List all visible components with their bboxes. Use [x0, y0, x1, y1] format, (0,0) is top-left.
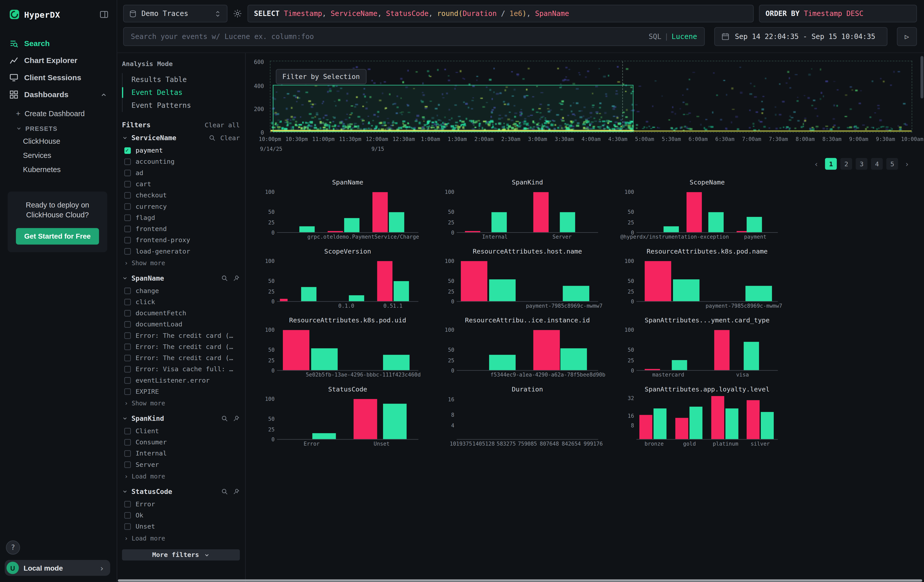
filter-item-checkout[interactable]: checkout [122, 190, 240, 201]
filter-item-unset[interactable]: Unset [122, 521, 240, 532]
run-query-button[interactable]: ▷ [897, 27, 917, 46]
checkbox[interactable] [124, 428, 131, 434]
checkbox[interactable] [124, 226, 131, 232]
create-dashboard-button[interactable]: +Create Dashboard [16, 106, 117, 122]
checkbox[interactable] [124, 214, 131, 221]
sidebar-item-chart-explorer[interactable]: Chart Explorer [0, 52, 117, 69]
more-filters-button[interactable]: More filters [122, 549, 240, 561]
filter-item-ok[interactable]: Ok [122, 510, 240, 521]
vertical-scrollbar[interactable] [921, 56, 924, 99]
filter-item-accounting[interactable]: accounting [122, 156, 240, 167]
checkbox[interactable] [124, 344, 131, 350]
filter-item-frontend[interactable]: frontend [122, 223, 240, 234]
checkbox[interactable] [124, 388, 131, 395]
filter-item-internal[interactable]: Internal [122, 448, 240, 459]
checkbox[interactable] [124, 501, 131, 508]
checkbox[interactable] [124, 181, 131, 188]
checkbox[interactable] [124, 288, 131, 294]
filter-item-server[interactable]: Server [122, 459, 240, 470]
checkbox[interactable] [124, 333, 131, 339]
magnifier-icon[interactable] [221, 275, 228, 282]
filter-group-header[interactable]: StatusCode [122, 487, 240, 496]
gear-icon[interactable] [233, 9, 242, 18]
horizontal-scrollbar[interactable] [118, 579, 922, 582]
get-started-button[interactable]: Get Started for Free [16, 228, 99, 244]
lucene-mode-toggle[interactable]: Lucene [672, 32, 697, 41]
filter-item-error-the-credit-card[interactable]: Error: The credit card (… [122, 330, 240, 341]
analysis-mode-event-patterns[interactable]: Event Patterns [122, 99, 239, 112]
show-more-button[interactable]: ›Show more [122, 397, 240, 407]
time-range-picker[interactable]: Sep 14 22:04:35 - Sep 15 10:04:35 [714, 27, 888, 46]
filter-group-header[interactable]: ServiceNameClear [122, 134, 240, 142]
filter-item-error[interactable]: Error [122, 498, 240, 509]
local-mode-button[interactable]: U Local mode › [5, 560, 110, 576]
filter-group-header[interactable]: SpanKind [122, 414, 240, 422]
filter-by-selection-button[interactable]: Filter by Selection [276, 69, 366, 84]
checkbox[interactable] [124, 147, 131, 154]
checkbox[interactable] [124, 523, 131, 530]
page-button-1[interactable]: 1 [825, 158, 837, 170]
filter-item-eventlistener-error[interactable]: eventListener.error [122, 375, 240, 386]
timechart-plot[interactable]: Filter by Selection [270, 61, 912, 133]
order-by-input[interactable]: ORDER BY Timestamp DESC [759, 5, 917, 23]
checkbox[interactable] [124, 512, 131, 519]
magnifier-icon[interactable] [221, 488, 228, 495]
checkbox[interactable] [124, 321, 131, 328]
filter-item-flagd[interactable]: flagd [122, 212, 240, 223]
filter-item-ad[interactable]: ad [122, 167, 240, 178]
filter-item-consumer[interactable]: Consumer [122, 437, 240, 448]
sidebar-collapse-icon[interactable] [100, 10, 109, 19]
sidebar-item-client-sessions[interactable]: Client Sessions [0, 69, 117, 86]
analysis-mode-results-table[interactable]: Results Table [122, 73, 239, 86]
filter-item-error-the-credit-card[interactable]: Error: The credit card (… [122, 341, 240, 353]
next-page-button[interactable]: › [902, 158, 912, 170]
checkbox[interactable] [124, 203, 131, 210]
prev-page-button[interactable]: ‹ [811, 158, 822, 170]
filter-item-payment[interactable]: payment [122, 145, 240, 156]
checkbox[interactable] [124, 377, 131, 384]
lucene-search-input[interactable]: Search your events w/ Lucene ex. column:… [123, 27, 705, 46]
sql-select-input[interactable]: SELECT Timestamp, ServiceName, StatusCod… [248, 5, 754, 23]
source-select[interactable]: Demo Traces [123, 5, 228, 23]
filter-item-load-generator[interactable]: load-generator [122, 246, 240, 257]
filter-item-client[interactable]: Client [122, 425, 240, 437]
sidebar-item-services[interactable]: Services [16, 148, 117, 163]
checkbox[interactable] [124, 192, 131, 199]
filter-item-error-the-credit-card[interactable]: Error: The credit card (… [122, 353, 240, 364]
timechart-selection[interactable] [273, 84, 633, 132]
sidebar-item-search[interactable]: Search [0, 35, 117, 52]
magnifier-icon[interactable] [208, 134, 216, 142]
filter-item-change[interactable]: change [122, 285, 240, 296]
pin-icon[interactable] [233, 275, 240, 282]
pin-icon[interactable] [233, 488, 240, 495]
checkbox[interactable] [124, 299, 131, 305]
filter-item-error-visa-cache-full[interactable]: Error: Visa cache full: … [122, 364, 240, 375]
checkbox[interactable] [124, 439, 131, 445]
page-button-3[interactable]: 3 [856, 158, 868, 170]
presets-toggle[interactable]: PRESETS [16, 122, 117, 134]
filter-item-documentload[interactable]: documentLoad [122, 319, 240, 330]
sql-mode-toggle[interactable]: SQL [649, 32, 662, 41]
help-button[interactable]: ? [6, 541, 20, 555]
show-more-button[interactable]: ›Load more [122, 470, 240, 480]
filter-item-cart[interactable]: cart [122, 179, 240, 190]
clear-all-button[interactable]: Clear all [205, 121, 240, 129]
filter-item-click[interactable]: click [122, 297, 240, 308]
checkbox[interactable] [124, 310, 131, 317]
checkbox[interactable] [124, 248, 131, 255]
filter-group-header[interactable]: SpanName [122, 274, 240, 282]
show-more-button[interactable]: ›Load more [122, 532, 240, 541]
checkbox[interactable] [124, 237, 131, 244]
filter-item-documentfetch[interactable]: documentFetch [122, 308, 240, 319]
analysis-mode-event-deltas[interactable]: Event Deltas [122, 86, 239, 99]
sidebar-item-dashboards[interactable]: Dashboards [0, 86, 117, 103]
checkbox[interactable] [124, 355, 131, 361]
sidebar-item-clickhouse[interactable]: ClickHouse [16, 134, 117, 148]
filter-item-expire[interactable]: EXPIRE [122, 386, 240, 397]
pin-icon[interactable] [233, 415, 240, 422]
filter-item-frontend-proxy[interactable]: frontend-proxy [122, 234, 240, 246]
checkbox[interactable] [124, 159, 131, 165]
checkbox[interactable] [124, 450, 131, 457]
page-button-4[interactable]: 4 [871, 158, 883, 170]
sidebar-item-kubernetes[interactable]: Kubernetes [16, 163, 117, 177]
